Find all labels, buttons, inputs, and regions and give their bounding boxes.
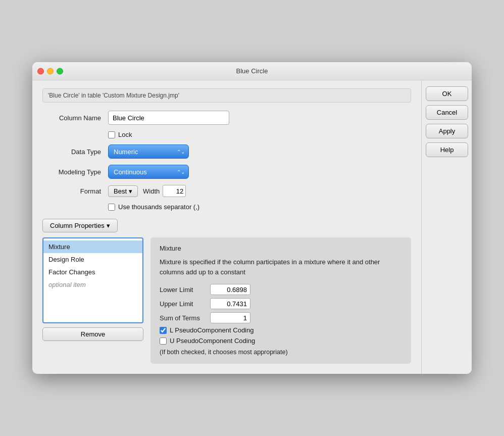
lock-checkbox[interactable] — [108, 131, 115, 138]
modeling-type-wrapper: Continuous Nominal Ordinal ⌃⌄ — [108, 165, 189, 179]
l-pseudo-label: L PseudoComponent Coding — [170, 326, 254, 334]
u-pseudo-label: U PseudoComponent Coding — [170, 337, 255, 345]
data-type-wrapper: Numeric Character Row State ⌃⌄ — [108, 144, 189, 159]
remove-button[interactable]: Remove — [42, 327, 143, 341]
ok-button[interactable]: OK — [426, 86, 468, 101]
close-button[interactable] — [37, 68, 44, 74]
mixture-panel: Mixture Mixture is specified if the colu… — [150, 237, 411, 364]
upper-limit-input[interactable] — [210, 298, 250, 309]
list-item-optional[interactable]: optional item — [43, 278, 142, 291]
lock-label: Lock — [118, 131, 132, 138]
column-properties-dropdown-icon: ▾ — [107, 222, 110, 229]
thousands-row: Use thousands separator (,) — [108, 203, 411, 211]
format-row: Format Best ▾ Width — [42, 185, 411, 197]
window-content: 'Blue Circle' in table 'Custom Mixture D… — [32, 80, 472, 374]
help-button[interactable]: Help — [426, 142, 468, 157]
list-item-factor-changes[interactable]: Factor Changes — [43, 266, 142, 278]
lower-limit-label: Lower Limit — [160, 286, 210, 294]
width-label: Width — [143, 187, 160, 195]
upper-limit-label: Upper Limit — [160, 300, 210, 308]
properties-list: Mixture Design Role Factor Changes optio… — [42, 237, 143, 323]
column-name-input[interactable] — [108, 111, 229, 125]
lower-limit-row: Lower Limit — [160, 284, 402, 295]
maximize-button[interactable] — [57, 68, 63, 74]
mixture-note: (If both checked, it chooses most approp… — [160, 349, 402, 356]
subtitle: 'Blue Circle' in table 'Custom Mixture D… — [42, 88, 411, 103]
l-pseudo-checkbox[interactable] — [160, 327, 167, 334]
data-type-label: Data Type — [42, 148, 108, 156]
mixture-description: Mixture is specified if the column parti… — [160, 257, 402, 277]
list-item-design-role[interactable]: Design Role — [43, 253, 142, 266]
main-window: Blue Circle 'Blue Circle' in table 'Cust… — [32, 62, 472, 374]
lower-limit-input[interactable] — [210, 284, 250, 295]
data-type-row: Data Type Numeric Character Row State ⌃⌄ — [42, 144, 411, 159]
sum-of-terms-row: Sum of Terms — [160, 312, 402, 323]
minimize-button[interactable] — [47, 68, 54, 74]
l-pseudo-row: L PseudoComponent Coding — [160, 326, 402, 334]
data-type-select[interactable]: Numeric Character Row State — [108, 144, 189, 159]
thousands-label: Use thousands separator (,) — [118, 203, 199, 211]
format-dropdown-icon: ▾ — [129, 187, 132, 195]
u-pseudo-row: U PseudoComponent Coding — [160, 337, 402, 345]
traffic-lights — [37, 68, 63, 74]
column-name-row: Column Name — [42, 111, 411, 125]
sum-of-terms-input[interactable] — [210, 312, 250, 323]
modeling-type-row: Modeling Type Continuous Nominal Ordinal… — [42, 165, 411, 179]
title-bar: Blue Circle — [32, 62, 472, 80]
u-pseudo-checkbox[interactable] — [160, 337, 167, 345]
mixture-panel-title: Mixture — [160, 245, 402, 252]
list-item-mixture[interactable]: Mixture — [43, 240, 142, 253]
column-properties-button[interactable]: Column Properties ▾ — [42, 219, 118, 232]
format-label: Format — [42, 187, 108, 195]
bottom-section: Mixture Design Role Factor Changes optio… — [42, 237, 411, 364]
modeling-type-label: Modeling Type — [42, 168, 108, 176]
upper-limit-row: Upper Limit — [160, 298, 402, 309]
width-input[interactable] — [163, 185, 186, 197]
main-panel: 'Blue Circle' in table 'Custom Mixture D… — [32, 80, 421, 374]
format-best-button[interactable]: Best ▾ — [108, 185, 138, 197]
lock-row: Lock — [108, 131, 411, 138]
apply-button[interactable]: Apply — [426, 124, 468, 138]
modeling-type-select[interactable]: Continuous Nominal Ordinal — [108, 165, 189, 179]
sum-of-terms-label: Sum of Terms — [160, 314, 210, 322]
window-title: Blue Circle — [236, 67, 268, 75]
column-name-label: Column Name — [42, 114, 108, 122]
sidebar: OK Cancel Apply Help — [421, 80, 472, 374]
list-column: Mixture Design Role Factor Changes optio… — [42, 237, 143, 341]
cancel-button[interactable]: Cancel — [426, 105, 468, 120]
thousands-checkbox[interactable] — [108, 204, 115, 211]
